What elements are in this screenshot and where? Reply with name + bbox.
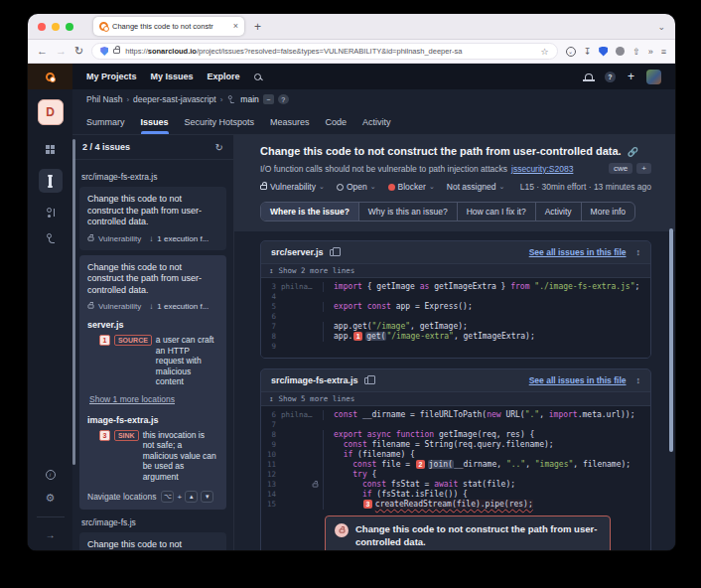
line-number[interactable]: 13 — [261, 480, 281, 490]
issue-type-select[interactable]: Vulnerability⌄ — [260, 182, 325, 192]
line-number[interactable]: 4 — [261, 292, 281, 302]
breadcrumb-branch[interactable]: main — [240, 94, 258, 104]
detail-tab-where-is-the-issue[interactable]: Where is the issue? — [261, 203, 358, 220]
help-icon[interactable]: ? — [605, 72, 616, 82]
menu-icon[interactable]: ≡ — [661, 47, 666, 57]
line-number[interactable]: 9 — [261, 342, 281, 352]
nav-link-explore[interactable]: Explore — [208, 72, 240, 81]
collapse-rail-icon[interactable]: → — [46, 529, 56, 540]
nav-link-my-issues[interactable]: My Issues — [151, 72, 194, 81]
bookmark-icon[interactable]: ☆ — [541, 47, 549, 57]
copy-icon[interactable] — [330, 249, 336, 256]
line-number[interactable]: 8 — [261, 430, 281, 440]
extension-icon[interactable] — [616, 47, 625, 56]
flow-location-badge[interactable]: 3 — [363, 500, 372, 509]
main-scrollbar[interactable] — [669, 228, 673, 452]
sidebar-scrollbar[interactable] — [72, 139, 75, 465]
permalink-icon[interactable]: 🔗 — [628, 147, 638, 157]
navigate-key-button[interactable]: ▾ — [201, 491, 213, 503]
line-number[interactable]: 5 — [261, 302, 281, 312]
line-number[interactable]: 3 — [261, 282, 281, 292]
line-number[interactable]: 12 — [261, 470, 281, 480]
branch-icon[interactable] — [46, 233, 56, 244]
adblock-extension-icon[interactable] — [599, 47, 608, 57]
see-all-issues-link[interactable]: See all issues in this file — [529, 375, 627, 385]
refresh-icon[interactable]: ↻ — [215, 142, 223, 153]
expand-icon[interactable]: ↕ — [636, 375, 641, 385]
forward-icon[interactable]: → — [56, 46, 67, 57]
tag-pill-cwe[interactable]: cwe — [609, 163, 632, 174]
issue-card[interactable]: Change this code to not construct the pa… — [79, 532, 226, 550]
breadcrumb-project[interactable]: deeper-sast-javascript — [133, 94, 216, 104]
location-number-badge[interactable]: 1 — [99, 335, 110, 346]
line-number[interactable]: 11 — [261, 460, 281, 470]
url-bar[interactable]: https://sonarcloud.io/project/issues?res… — [91, 43, 557, 60]
tab-list-chevron-icon[interactable]: ⌄ — [657, 22, 665, 32]
detail-tab-how-can-i-fix-it[interactable]: How can I fix it? — [457, 203, 535, 220]
issue-status-select[interactable]: Open⌄ — [337, 182, 376, 192]
url-text[interactable]: https://sonarcloud.io/project/issues?res… — [125, 47, 535, 56]
tab-close-icon[interactable]: × — [233, 22, 238, 31]
new-tab-button[interactable]: + — [254, 20, 261, 34]
flow-location-badge[interactable]: 2 — [416, 460, 425, 469]
minimize-window-button[interactable] — [52, 23, 60, 31]
project-tab-security-hotspots[interactable]: Security Hotspots — [185, 117, 255, 134]
zoom-window-button[interactable] — [66, 23, 73, 31]
line-number[interactable]: 6 — [261, 410, 281, 420]
gear-icon[interactable]: ⚙ — [46, 492, 56, 505]
show-more-lines[interactable]: ↥Show 2 more lines — [261, 263, 650, 278]
tag-pill-[interactable]: + — [636, 163, 651, 174]
issue-assignee-select[interactable]: Not assigned⌄ — [447, 182, 505, 192]
detail-tab-why-is-this-an-issue[interactable]: Why is this an issue? — [358, 203, 457, 220]
line-number[interactable]: 15 — [261, 500, 281, 510]
rail-item-issues[interactable] — [39, 169, 63, 193]
flow-location-badge[interactable]: 1 — [353, 332, 362, 341]
location-number-badge[interactable]: 3 — [99, 430, 110, 441]
breadcrumb-org[interactable]: Phil Nash — [86, 94, 122, 104]
copy-icon[interactable] — [364, 377, 370, 384]
projects-grid-icon[interactable] — [46, 145, 50, 149]
tracking-shield-icon[interactable] — [100, 47, 108, 56]
line-number[interactable]: 14 — [261, 490, 281, 500]
line-number[interactable]: 7 — [261, 420, 281, 430]
downloads-icon[interactable]: ↧ — [584, 47, 592, 57]
project-tab-measures[interactable]: Measures — [270, 117, 310, 134]
org-avatar[interactable]: D — [38, 99, 64, 125]
nav-link-my-projects[interactable]: My Projects — [86, 72, 137, 81]
detail-tab-activity[interactable]: Activity — [535, 203, 581, 220]
line-number[interactable]: 6 — [261, 312, 281, 322]
search-icon[interactable] — [254, 74, 261, 80]
navigate-key-button[interactable]: ▴ — [185, 491, 198, 503]
show-more-locations-link[interactable]: Show 1 more locations — [89, 394, 175, 404]
rule-key-link[interactable]: jssecurity:S2083 — [511, 164, 573, 174]
reload-icon[interactable]: ↻ — [74, 46, 83, 57]
add-icon[interactable]: + — [628, 71, 634, 82]
branch-help-badge[interactable]: ? — [278, 94, 289, 104]
sonarcloud-logo[interactable] — [28, 64, 72, 89]
expand-icon[interactable]: ↕ — [636, 247, 641, 257]
user-avatar[interactable] — [646, 70, 661, 84]
see-all-issues-link[interactable]: See all issues in this file — [529, 247, 627, 257]
show-more-lines[interactable]: ↥Show 5 more lines — [261, 391, 650, 406]
pull-request-icon[interactable] — [46, 208, 56, 219]
line-number[interactable]: 10 — [261, 450, 281, 460]
issue-card[interactable]: Change this code to not construct the pa… — [79, 255, 226, 511]
browser-tab[interactable]: Change this code to not constr × — [93, 17, 244, 36]
line-number[interactable]: 7 — [261, 322, 281, 332]
location-row[interactable]: 3SINKthis invocation is not safe; a mali… — [87, 430, 218, 483]
location-row[interactable]: 1SOURCEa user can craft an HTTP request … — [87, 335, 218, 387]
detail-tab-more-info[interactable]: More info — [581, 203, 634, 220]
share-icon[interactable]: ⇧ — [632, 47, 640, 57]
pocket-icon[interactable]: ⌄ — [566, 47, 576, 57]
project-tab-activity[interactable]: Activity — [362, 117, 391, 134]
line-number[interactable]: 8 — [261, 332, 281, 342]
project-tab-code[interactable]: Code — [326, 117, 348, 134]
close-window-button[interactable] — [38, 23, 46, 31]
overflow-icon[interactable]: » — [648, 47, 653, 57]
info-icon[interactable]: i — [46, 470, 56, 480]
bell-icon[interactable] — [585, 74, 593, 80]
issue-card[interactable]: Change this code to not construct the pa… — [79, 187, 226, 250]
project-tab-summary[interactable]: Summary — [86, 117, 125, 134]
project-tab-issues[interactable]: Issues — [141, 117, 169, 134]
navigate-key-button[interactable]: ⌥ — [161, 491, 174, 503]
